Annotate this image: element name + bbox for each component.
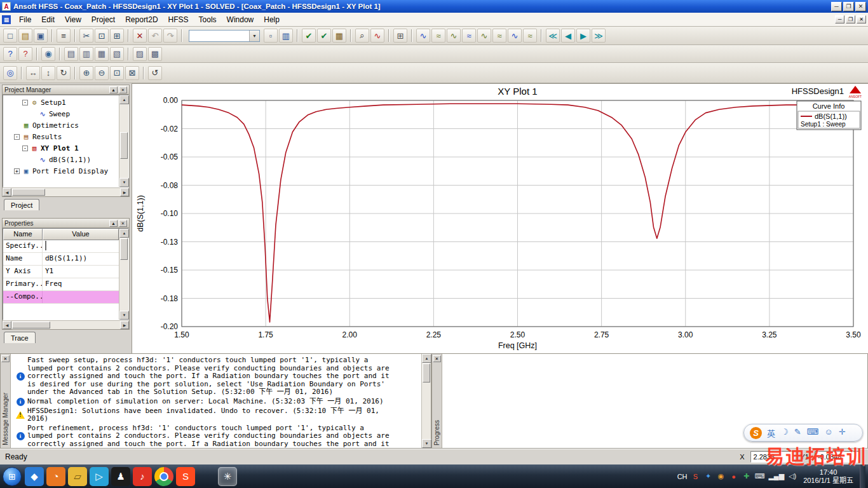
- zoom-out-icon[interactable]: ⊖: [95, 66, 109, 80]
- tray-red-icon[interactable]: ●: [729, 473, 738, 480]
- scrollbar-thumb[interactable]: [423, 363, 430, 383]
- excitations-icon[interactable]: ▦: [95, 47, 109, 61]
- boundaries-icon[interactable]: ▥: [79, 47, 93, 61]
- close-panel-button[interactable]: ✕: [119, 220, 127, 227]
- project-tree-horizontal-scrollbar[interactable]: ◀ ▶: [3, 187, 129, 196]
- sogou-browser-icon[interactable]: S: [176, 467, 195, 486]
- close-button[interactable]: ✕: [855, 2, 866, 11]
- tree-item-xy-plot-1[interactable]: -▧XY Plot 1: [3, 142, 119, 154]
- maximize-button[interactable]: ❐: [843, 2, 854, 11]
- scroll-left-button[interactable]: ◀: [3, 321, 11, 329]
- scroll-up-button[interactable]: ▲: [119, 95, 129, 104]
- radiation-icon[interactable]: ▩: [148, 47, 162, 61]
- pan-icon[interactable]: ↔: [26, 66, 40, 80]
- trace-style-icon-3[interactable]: ∿: [447, 29, 461, 43]
- menu-view[interactable]: View: [60, 13, 86, 26]
- mesh-operations-icon[interactable]: ▧: [110, 47, 124, 61]
- show-desktop-button[interactable]: [860, 464, 865, 488]
- menu-file[interactable]: File: [14, 13, 36, 26]
- property-row-compo[interactable]: --Compo...: [3, 291, 119, 304]
- undo-icon[interactable]: ↶: [148, 29, 162, 43]
- network-icon[interactable]: ▂▄▆: [768, 472, 784, 480]
- animation-next-icon[interactable]: ▶: [576, 29, 590, 43]
- selection-combobox[interactable]: ▼: [189, 30, 260, 42]
- help-pointer-icon[interactable]: ?: [3, 47, 17, 61]
- tray-green-icon[interactable]: ✚: [742, 472, 751, 480]
- print-icon[interactable]: ≡: [57, 29, 71, 43]
- collapse-icon[interactable]: -: [22, 100, 28, 105]
- analyze-all-icon[interactable]: ✔: [317, 29, 331, 43]
- trace-style-icon-7[interactable]: ∿: [508, 29, 522, 43]
- emoji-icon[interactable]: ☺: [824, 427, 832, 439]
- view-visibility-icon[interactable]: ◉: [41, 47, 55, 61]
- property-value[interactable]: Freq: [43, 278, 119, 290]
- property-value[interactable]: Y1: [43, 266, 119, 278]
- results-icon[interactable]: ▦: [332, 29, 346, 43]
- mdi-minimize-button[interactable]: ─: [835, 15, 844, 24]
- animation-prev-icon[interactable]: ◀: [561, 29, 575, 43]
- tree-item-sweep[interactable]: ∿Sweep: [3, 108, 119, 119]
- message-vertical-scrollbar[interactable]: ▲ ▼: [421, 354, 431, 448]
- properties-vertical-scrollbar[interactable]: ▲ ▼: [119, 229, 128, 320]
- trace-style-icon-8[interactable]: ≈: [523, 29, 537, 43]
- checkbox-unchecked[interactable]: [45, 241, 46, 250]
- scroll-down-button[interactable]: ▼: [119, 178, 129, 187]
- column-header-value[interactable]: Value: [43, 229, 119, 240]
- sogou-tray-icon[interactable]: S: [691, 473, 700, 480]
- matrix-icon[interactable]: ⊞: [393, 29, 407, 43]
- menu-hfss[interactable]: HFSS: [163, 13, 194, 26]
- tree-item-results[interactable]: -▤Results: [3, 131, 119, 142]
- fit-all-icon[interactable]: ⊡: [110, 66, 124, 80]
- media-player-icon[interactable]: ▷: [90, 467, 109, 486]
- keyboard-icon[interactable]: ⌨: [807, 427, 819, 439]
- open-project-icon[interactable]: ▤: [18, 29, 32, 43]
- chevron-down-icon[interactable]: ▼: [249, 30, 259, 41]
- chrome-browser-icon[interactable]: [154, 467, 173, 486]
- expand-icon[interactable]: +: [14, 168, 20, 174]
- tray-orange-icon[interactable]: ◉: [717, 472, 726, 480]
- sogou-logo-icon[interactable]: S: [750, 427, 762, 439]
- project-tree-vertical-scrollbar[interactable]: ▲ ▼: [119, 95, 128, 187]
- menu-window[interactable]: Window: [222, 13, 259, 26]
- paste-icon[interactable]: ⊞: [110, 29, 124, 43]
- scroll-right-button[interactable]: ▶: [120, 188, 129, 196]
- coordinate-system-icon[interactable]: ◎: [3, 66, 17, 80]
- property-value[interactable]: [43, 240, 119, 252]
- previous-view-icon[interactable]: ↺: [148, 66, 162, 80]
- property-value[interactable]: [43, 291, 119, 303]
- context-help-icon[interactable]: ?: [18, 47, 32, 61]
- tree-item-optimetrics[interactable]: ▦Optimetrics: [3, 119, 119, 131]
- dynamic-zoom-icon[interactable]: ↕: [41, 66, 55, 80]
- tab-project[interactable]: Project: [4, 199, 39, 210]
- property-value[interactable]: dB(S(1,1)): [43, 253, 119, 265]
- scrollbar-thumb[interactable]: [12, 322, 50, 329]
- menu-tools[interactable]: Tools: [194, 13, 222, 26]
- select-vertex-icon[interactable]: ▫: [264, 29, 278, 43]
- tab-trace[interactable]: Trace: [4, 332, 36, 343]
- language-indicator[interactable]: CH: [677, 473, 688, 480]
- menu-edit[interactable]: Edit: [36, 13, 60, 26]
- fit-selected-icon[interactable]: ⊠: [125, 66, 139, 80]
- property-row-y-axis[interactable]: Y AxisY1: [3, 266, 119, 278]
- create-report-icon[interactable]: ∿: [370, 29, 384, 43]
- music-player-icon[interactable]: ♪: [133, 467, 152, 486]
- keyboard-tray-icon[interactable]: ⌨: [755, 472, 765, 480]
- scroll-down-button[interactable]: ▼: [119, 311, 129, 320]
- menu-report2d[interactable]: Report2D: [120, 13, 163, 26]
- collapse-icon[interactable]: -: [14, 134, 20, 140]
- tree-item-setup1[interactable]: -⚙Setup1: [3, 97, 119, 108]
- property-row-name[interactable]: NamedB(S(1,1)): [3, 253, 119, 266]
- property-row-specify[interactable]: Specify...: [3, 240, 119, 253]
- scroll-right-button[interactable]: ▶: [120, 321, 129, 329]
- trace-style-icon-2[interactable]: ≈: [431, 29, 445, 43]
- scroll-up-button[interactable]: ▲: [422, 354, 431, 363]
- redo-icon[interactable]: ↷: [163, 29, 177, 43]
- properties-horizontal-scrollbar[interactable]: ◀ ▶: [3, 320, 129, 329]
- trace-style-icon-5[interactable]: ∿: [477, 29, 491, 43]
- collapse-panel-button[interactable]: ▲: [109, 86, 118, 93]
- animation-last-icon[interactable]: ≫: [592, 29, 606, 43]
- scroll-left-button[interactable]: ◀: [3, 188, 11, 196]
- qq-icon[interactable]: ♟: [111, 467, 130, 486]
- tree-item-db-s-1-1[interactable]: ∿dB(S(1,1)): [3, 154, 119, 165]
- lang-toggle[interactable]: 英: [767, 427, 775, 439]
